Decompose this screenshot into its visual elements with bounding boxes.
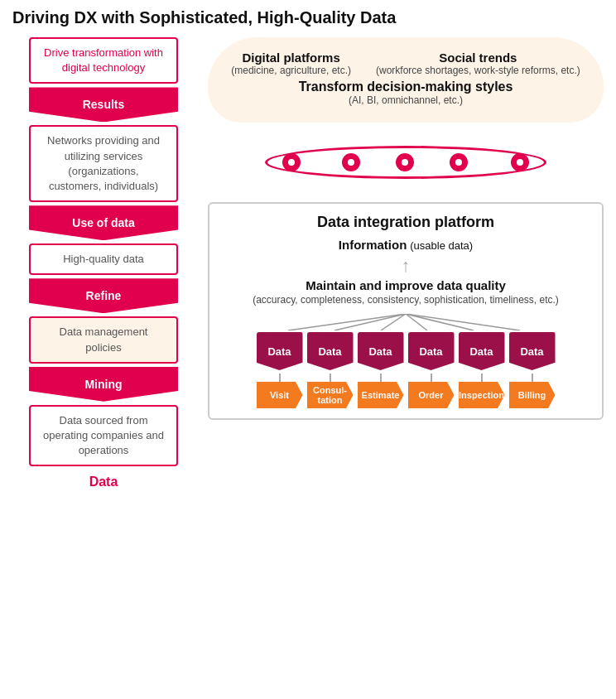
- high-quality-box: High-quality data: [29, 243, 178, 275]
- conn-2: [307, 374, 354, 382]
- transform-title: Transform decision-making styles: [224, 80, 587, 94]
- drive-transformation-box: Drive transformation with digital techno…: [29, 37, 178, 84]
- cloud-section: Digital platforms (medicine, agriculture…: [208, 37, 604, 123]
- digital-platforms-item: Digital platforms (medicine, agriculture…: [231, 51, 351, 76]
- networks-box: Networks providing and utilizing service…: [29, 125, 178, 202]
- label-estimate: Estimate: [358, 382, 404, 408]
- orbit-ball-1: [282, 153, 301, 171]
- use-data-label: Use of data: [29, 205, 178, 240]
- right-column: Digital platforms (medicine, agriculture…: [208, 37, 604, 420]
- conn-5: [459, 374, 505, 382]
- orbit-ring: [265, 146, 546, 179]
- data-block-5: Data: [459, 332, 505, 370]
- label-order: Order: [408, 382, 455, 408]
- data-block-3: Data: [358, 332, 404, 370]
- info-sub: (usable data): [410, 239, 473, 252]
- social-trends-title: Social trends: [376, 51, 580, 65]
- maintain-title: Maintain and improve data quality: [223, 278, 589, 292]
- data-block-2: Data: [307, 332, 354, 370]
- results-label: Results: [29, 87, 178, 122]
- page-title: Driving DX with Sophisticated, High-Qual…: [12, 8, 604, 27]
- fan-lines: [223, 314, 589, 329]
- label-consultation: Consul­tation: [307, 382, 354, 408]
- conn-4: [408, 374, 455, 382]
- data-block-4: Data: [408, 332, 455, 370]
- conn-1: [257, 374, 303, 382]
- platform-section: Data integration platform Information (u…: [208, 202, 604, 420]
- orbit-section: [208, 129, 604, 195]
- conn-3: [358, 374, 404, 382]
- connector-lines: [223, 374, 589, 382]
- refine-arrow-block: Refine: [29, 278, 178, 313]
- left-column: Drive transformation with digital techno…: [12, 37, 195, 489]
- main-content: Drive transformation with digital techno…: [12, 37, 604, 489]
- social-trends-sub: (workforce shortages, work-style reforms…: [376, 65, 580, 76]
- maintain-sub: (accuracy, completeness, consistency, so…: [223, 294, 589, 306]
- cloud-top-row: Digital platforms (medicine, agriculture…: [224, 51, 587, 76]
- information-row: Information (usable data): [223, 238, 589, 252]
- info-main: Information: [339, 238, 407, 252]
- data-footer-label: Data: [89, 475, 118, 489]
- data-mgmt-box: Data management policies: [29, 316, 178, 363]
- mining-arrow-block: Mining: [29, 367, 178, 402]
- digital-platforms-title: Digital platforms: [231, 51, 351, 65]
- results-arrow-block: Results: [29, 87, 178, 122]
- data-sourced-box: Data sourced from operating companies an…: [29, 405, 178, 467]
- orbit-ball-5: [511, 153, 529, 171]
- data-block-6: Data: [509, 332, 556, 370]
- digital-platforms-sub: (medicine, agriculture, etc.): [231, 65, 351, 76]
- data-blocks-row: Data Data Data Data Data Data: [223, 332, 589, 370]
- transform-sub: (AI, BI, omnichannel, etc.): [224, 94, 587, 106]
- label-visit: Visit: [257, 382, 303, 408]
- orbit-ball-4: [450, 153, 468, 171]
- conn-6: [509, 374, 556, 382]
- use-data-arrow-block: Use of data: [29, 205, 178, 240]
- refine-label: Refine: [29, 278, 178, 313]
- mining-label: Mining: [29, 367, 178, 402]
- label-inspection: Inspection: [459, 382, 505, 408]
- social-trends-item: Social trends (workforce shortages, work…: [376, 51, 580, 76]
- up-arrow-icon: ↑: [223, 257, 589, 275]
- orbit-ball-2: [342, 153, 360, 171]
- orbit-ball-3: [396, 153, 414, 171]
- data-block-1: Data: [257, 332, 303, 370]
- bottom-labels-row: Visit Consul­tation Estimate Order Inspe…: [223, 382, 589, 408]
- platform-title: Data integration platform: [223, 214, 589, 231]
- label-billing: Billing: [509, 382, 556, 408]
- transform-section: Transform decision-making styles (AI, BI…: [224, 80, 587, 106]
